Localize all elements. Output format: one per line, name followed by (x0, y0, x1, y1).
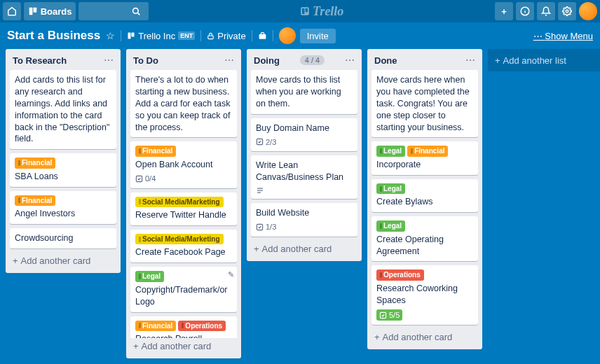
svg-rect-5 (306, 8, 308, 12)
card[interactable]: LegalCreate Operating Agreement (371, 216, 478, 261)
home-button[interactable] (3, 2, 21, 20)
card[interactable]: LegalCreate Bylaws (371, 179, 478, 212)
card[interactable]: FinancialOperationsResearch Payroll Opti… (130, 316, 237, 338)
gear-icon (562, 6, 572, 16)
card-title: Angel Investors (15, 208, 111, 220)
create-button[interactable]: + (495, 2, 513, 20)
list-description-card[interactable]: Move cards to this list when you are wor… (251, 70, 357, 114)
add-card-button[interactable]: + Add another card (10, 253, 116, 269)
notifications-button[interactable] (537, 2, 555, 20)
card-label: Financial (135, 146, 176, 157)
svg-rect-8 (128, 33, 131, 39)
trello-icon (300, 6, 310, 16)
list-title[interactable]: To Do (133, 55, 158, 66)
card-title: Build Website (256, 207, 353, 219)
settings-button[interactable] (558, 2, 576, 20)
add-list-button[interactable]: + Add another list (488, 49, 600, 71)
search-input[interactable] (83, 6, 132, 17)
description-icon (256, 186, 264, 195)
board-canvas: To Research⋯Add cards to this list for a… (0, 49, 600, 364)
list-title[interactable]: Doing (254, 55, 280, 66)
boards-icon (127, 31, 135, 40)
card-label: Legal (376, 183, 405, 195)
list: Done⋯Move cards here when you have compl… (367, 49, 482, 349)
svg-rect-11 (259, 34, 266, 38)
svg-rect-9 (132, 33, 135, 37)
topbar: Boards Trello + (0, 0, 600, 22)
card[interactable]: Buy Domain Name2/3 (251, 118, 357, 152)
card-title: Research Coworking Spaces (376, 283, 473, 307)
card[interactable]: OperationsResearch Coworking Spaces5/5 (371, 265, 478, 325)
card-title: Create Operating Agreement (376, 234, 473, 258)
list-description-card[interactable]: Move cards here when you have completed … (371, 70, 478, 137)
info-button[interactable] (516, 2, 534, 20)
card[interactable]: FinancialSBA Loans (10, 153, 116, 186)
list: To Do⋯There's a lot to do when starting … (126, 49, 241, 358)
show-menu-button[interactable]: ⋯ Show Menu (533, 31, 593, 41)
card[interactable]: Crowdsourcing (10, 228, 116, 248)
card[interactable]: Social Media/MarketingReserve Twitter Ha… (130, 192, 237, 225)
svg-rect-10 (208, 36, 213, 39)
card-title: Crowdsourcing (15, 232, 111, 244)
card-label: Financial (135, 321, 176, 332)
card-label: Legal (376, 220, 405, 232)
boards-label: Boards (41, 6, 72, 17)
card-label: Operations (178, 321, 226, 332)
boards-button[interactable]: Boards (24, 2, 76, 20)
list-description-card[interactable]: Add cards to this list for any research … (10, 70, 116, 149)
add-card-button[interactable]: + Add another card (130, 338, 237, 354)
card-label: Financial (15, 158, 55, 169)
invite-button[interactable]: Invite (300, 29, 336, 43)
boards-icon (28, 6, 38, 16)
list-menu-button[interactable]: ⋯ (224, 55, 234, 66)
card-title: Research Payroll Options (135, 333, 232, 338)
card-label: Social Media/Marketing (135, 197, 224, 208)
card[interactable]: FinancialAngel Investors (10, 191, 116, 224)
card-label: Legal (376, 146, 405, 157)
add-card-button[interactable]: + Add another card (371, 329, 478, 345)
card-label: Operations (376, 270, 424, 281)
card[interactable]: Write Lean Canvas/Business Plan (251, 155, 357, 199)
briefcase-icon (258, 31, 267, 41)
pencil-icon[interactable]: ✎ (228, 270, 234, 280)
card-title: Copyright/Trademark/or Logo (135, 284, 232, 308)
svg-rect-0 (29, 8, 33, 15)
user-avatar[interactable] (579, 2, 597, 20)
search-icon (132, 7, 141, 16)
list-menu-button[interactable]: ⋯ (345, 55, 355, 66)
star-button[interactable]: ☆ (106, 30, 115, 41)
add-card-button[interactable]: + Add another card (251, 241, 357, 257)
ent-badge: ENT (178, 31, 195, 40)
list: To Research⋯Add cards to this list for a… (6, 49, 121, 273)
card-title: Buy Domain Name (256, 122, 353, 134)
team-link[interactable]: Trello IncENT (127, 31, 195, 41)
svg-point-2 (133, 8, 139, 13)
search-box[interactable] (79, 2, 149, 20)
svg-rect-1 (34, 8, 37, 13)
member-avatar[interactable] (279, 27, 296, 44)
list-menu-button[interactable]: ⋯ (104, 55, 114, 66)
visibility-toggle[interactable]: Private (207, 31, 245, 41)
checklist-badge: 2/3 (256, 137, 276, 148)
list-description-card[interactable]: There's a lot to do when starting a new … (130, 70, 237, 137)
list-menu-button[interactable]: ⋯ (465, 55, 475, 66)
card-title: Create Bylaws (376, 196, 473, 208)
card-label: Legal (135, 271, 164, 282)
card[interactable]: Social Media/MarketingCreate Facebook Pa… (130, 230, 237, 262)
topbar-right: + (495, 2, 597, 20)
card-title: Reserve Twitter Handle (135, 209, 232, 221)
card[interactable]: LegalFinancialIncorporate (371, 141, 478, 174)
card[interactable]: FinancialOpen Bank Account0/4 (130, 141, 237, 188)
card-title: Create Facebook Page (135, 246, 232, 258)
svg-rect-4 (302, 8, 305, 14)
list-title[interactable]: Done (374, 55, 397, 66)
briefcase-button[interactable] (258, 31, 267, 41)
list-title[interactable]: To Research (13, 55, 67, 66)
card-label: Social Media/Marketing (135, 234, 224, 245)
checklist-badge: 1/3 (256, 222, 276, 232)
card[interactable]: Build Website1/3 (251, 203, 357, 237)
card[interactable]: LegalCopyright/Trademark/or Logo✎ (130, 267, 237, 312)
card-title: Write Lean Canvas/Business Plan (256, 160, 353, 183)
info-icon (520, 6, 530, 16)
list: Doing4 / 4⋯Move cards to this list when … (247, 49, 362, 261)
